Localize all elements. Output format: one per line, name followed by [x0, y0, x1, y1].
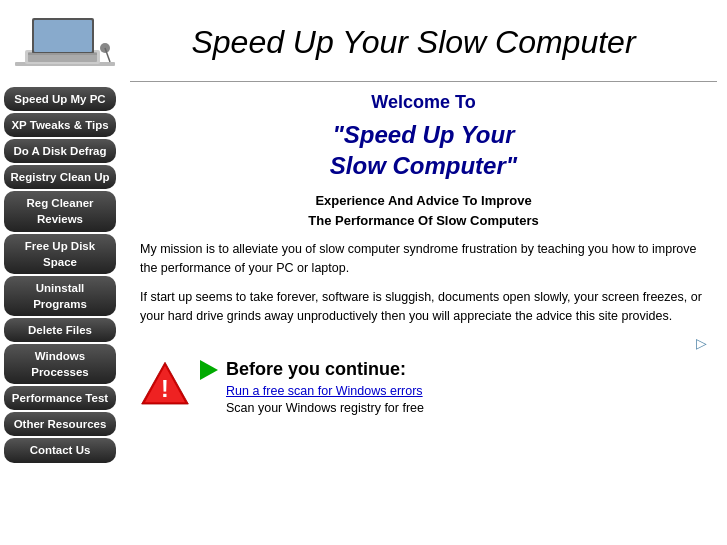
header-title-area: Speed Up Your Slow Computer [120, 24, 707, 61]
svg-rect-4 [34, 20, 92, 52]
sidebar-btn-7[interactable]: Delete Files [4, 318, 116, 342]
more-text: Scan your Windows registry for free [226, 401, 424, 415]
tagline-line2: The Performance Of Slow Computers [308, 213, 538, 228]
svg-rect-5 [28, 53, 97, 55]
sidebar-btn-4[interactable]: Reg Cleaner Reviews [4, 191, 116, 231]
sidebar-btn-9[interactable]: Performance Test [4, 386, 116, 410]
site-title: "Speed Up Your Slow Computer" [140, 119, 707, 181]
header: Speed Up Your Slow Computer [0, 0, 727, 81]
warning-icon: ! [140, 359, 190, 409]
ad-arrow: ▷ [140, 335, 707, 351]
before-continue-heading: Before you continue: [200, 359, 707, 380]
sidebar: Speed Up My PCXP Tweaks & TipsDo A Disk … [0, 82, 120, 542]
tagline-line1: Experience And Advice To Improve [315, 193, 531, 208]
svg-text:!: ! [161, 377, 169, 403]
main-layout: Speed Up My PCXP Tweaks & TipsDo A Disk … [0, 82, 727, 542]
sidebar-btn-0[interactable]: Speed Up My PC [4, 87, 116, 111]
sidebar-btn-10[interactable]: Other Resources [4, 412, 116, 436]
tagline: Experience And Advice To Improve The Per… [140, 191, 707, 230]
main-content: Welcome To "Speed Up Your Slow Computer"… [120, 82, 727, 542]
sidebar-btn-3[interactable]: Registry Clean Up [4, 165, 116, 189]
warning-section: ! Before you continue: Run a free scan f… [140, 359, 707, 415]
green-arrow-icon [200, 360, 218, 380]
paragraph-2: If start up seems to take forever, softw… [140, 288, 707, 326]
sidebar-btn-1[interactable]: XP Tweaks & Tips [4, 113, 116, 137]
before-continue-section: Before you continue: Run a free scan for… [200, 359, 707, 415]
welcome-heading: Welcome To [140, 92, 707, 113]
site-heading: Speed Up Your Slow Computer [120, 24, 707, 61]
site-title-line1: "Speed Up Your [332, 121, 514, 148]
paragraph-1: My mission is to alleviate you of slow c… [140, 240, 707, 278]
sidebar-btn-8[interactable]: Windows Processes [4, 344, 116, 384]
site-title-line2: Slow Computer" [330, 152, 517, 179]
sidebar-btn-2[interactable]: Do A Disk Defrag [4, 139, 116, 163]
sidebar-btn-6[interactable]: Uninstall Programs [4, 276, 116, 316]
scan-link[interactable]: Run a free scan for Windows errors [226, 384, 707, 398]
logo [10, 10, 120, 75]
sidebar-btn-11[interactable]: Contact Us [4, 438, 116, 462]
before-continue-title: Before you continue: [226, 359, 406, 380]
sidebar-btn-5[interactable]: Free Up Disk Space [4, 234, 116, 274]
